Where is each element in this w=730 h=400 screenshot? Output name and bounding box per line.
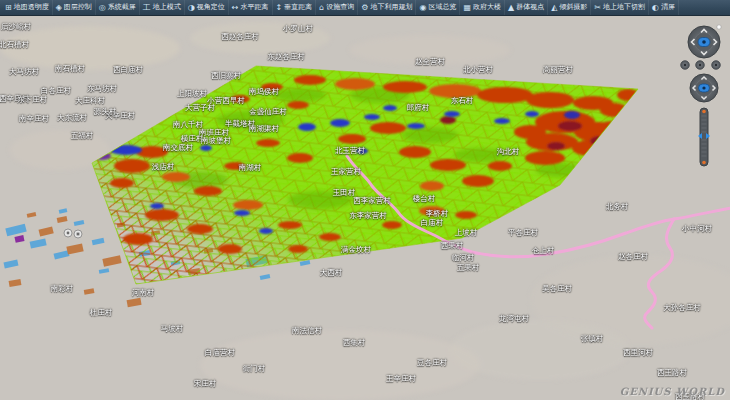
navigation-widget — [676, 20, 730, 170]
compass-north-dot[interactable] — [717, 25, 721, 29]
toolbar-label: 视角定位 — [197, 4, 225, 11]
toolbar-label: 地下利用规划 — [370, 4, 412, 11]
toolbar-button-oblique-photography[interactable]: ◭倾斜摄影 — [548, 0, 591, 15]
oblique-photography-icon: ◭ — [551, 4, 557, 12]
toolbar-label: 地上模式 — [153, 4, 181, 11]
underground-planning-icon: ⚙ — [361, 4, 368, 12]
watermark: GENIUS WORLD — [620, 386, 725, 397]
toolbar-label: 图层控制 — [64, 4, 92, 11]
zoom-slider[interactable] — [698, 108, 710, 166]
zoom-in-dot[interactable] — [702, 110, 706, 114]
toolbar-button-group-viewpoint[interactable]: ▲群体视点 — [505, 0, 548, 15]
view-mode-buttons — [681, 61, 721, 70]
poi-markers[interactable] — [64, 229, 82, 238]
vertical-distance-icon: ↕ — [276, 4, 283, 12]
toolbar-label: 区域总览 — [428, 4, 456, 11]
ground-underground-cut-icon: ✂ — [594, 4, 601, 12]
toolbar-button-region-overview[interactable]: ◉区域总览 — [416, 0, 460, 15]
layer-control-icon: ◈ — [56, 4, 62, 12]
toolbar-button-map-transparency[interactable]: ⊞地图透明度 — [2, 0, 53, 15]
toolbar-label: 地图透明度 — [14, 4, 49, 11]
map-canvas[interactable] — [0, 0, 730, 400]
toolbar-button-vertical-distance[interactable]: ↕垂直距离 — [273, 0, 317, 15]
horizontal-distance-icon: ↔ — [232, 4, 239, 12]
toolbar-label: 倾斜摄影 — [559, 4, 587, 11]
toolbar-label: 清屏 — [661, 4, 675, 11]
toolbar-label: 设施查询 — [326, 4, 354, 11]
pan-compass[interactable] — [688, 26, 720, 58]
toolbar-label: 水平距离 — [241, 4, 269, 11]
toolbar-button-underground-planning[interactable]: ⚙地下利用规划 — [358, 0, 416, 15]
facility-query-icon: ⌂ — [319, 4, 324, 12]
view-positioning-icon: ◑ — [188, 4, 195, 12]
toolbar-label: 地上地下切割 — [603, 4, 645, 11]
map-transparency-icon: ⊞ — [5, 4, 12, 12]
toolbar-button-horizontal-distance[interactable]: ↔水平距离 — [229, 0, 273, 15]
toolbar-label: 垂直距离 — [284, 4, 312, 11]
region-overview-icon: ◉ — [419, 4, 426, 12]
government-building-icon: ▦ — [463, 4, 471, 12]
toolbar-label: 系统截屏 — [108, 4, 136, 11]
clear-screen-icon: ◐ — [652, 4, 659, 12]
toolbar: ⊞地图透明度◈图层控制◎系统截屏工地上模式◑视角定位↔水平距离↕垂直距离⌂设施查… — [0, 0, 730, 16]
toolbar-button-above-ground-mode[interactable]: 工地上模式 — [140, 0, 185, 15]
toolbar-button-clear-screen[interactable]: ◐清屏 — [649, 0, 679, 15]
toolbar-button-view-positioning[interactable]: ◑视角定位 — [185, 0, 229, 15]
toolbar-button-government-building[interactable]: ▦政府大楼 — [460, 0, 505, 15]
system-screenshot-icon: ◎ — [99, 4, 106, 12]
tilt-compass[interactable] — [690, 74, 718, 102]
toolbar-label: 政府大楼 — [473, 4, 501, 11]
app-window: 后沙峪村北石槽村西赵各庄村小罗山村东赵各庄村赵全营村北小营村高丽营村西白庙村大马… — [0, 0, 730, 400]
toolbar-button-layer-control[interactable]: ◈图层控制 — [53, 0, 96, 15]
toolbar-label: 群体视点 — [516, 4, 544, 11]
toolbar-button-ground-underground-cut[interactable]: ✂地上地下切割 — [591, 0, 649, 15]
group-viewpoint-icon: ▲ — [508, 4, 514, 12]
toolbar-button-system-screenshot[interactable]: ◎系统截屏 — [96, 0, 140, 15]
above-ground-mode-icon: 工 — [143, 4, 151, 12]
zoom-out-dot[interactable] — [702, 161, 706, 165]
toolbar-button-facility-query[interactable]: ⌂设施查询 — [316, 0, 358, 15]
